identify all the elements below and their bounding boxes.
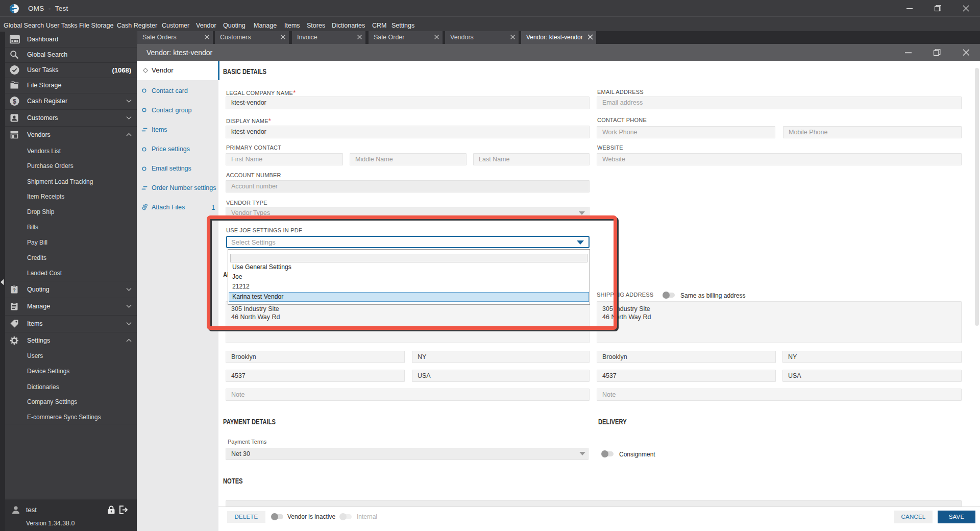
svg-text:$: $ — [13, 98, 16, 105]
svg-text:?: ? — [13, 287, 16, 293]
